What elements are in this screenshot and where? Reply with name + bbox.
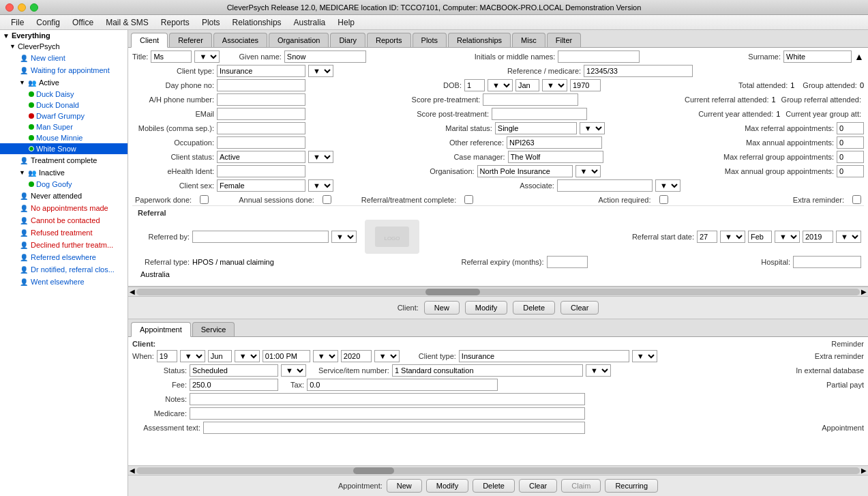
referred-by-input[interactable] [192, 231, 329, 243]
when-year-input[interactable] [341, 350, 372, 362]
sidebar-item-mouse-minnie[interactable]: Mouse Minnie [0, 132, 128, 143]
dob-month-select[interactable]: ▼ [542, 79, 567, 91]
reference-input[interactable] [584, 65, 693, 77]
sidebar-item-new-client[interactable]: 👤 New client [0, 52, 128, 64]
sidebar-item-duck-daisy[interactable]: Duck Daisy [0, 89, 128, 100]
sidebar-item-dog-goofy[interactable]: Dog Goofy [0, 179, 128, 190]
menu-file[interactable]: File [5, 16, 29, 29]
sidebar-item-declined-further[interactable]: 👤 Declined further treatm... [0, 239, 128, 251]
notes-input[interactable] [190, 393, 585, 405]
scroll-up[interactable]: ▲ [854, 51, 864, 62]
max-referral-input[interactable] [837, 122, 864, 134]
referral-start-day-input[interactable] [697, 231, 717, 243]
service-item-select[interactable]: ▼ [586, 364, 611, 377]
ehealth-input[interactable] [217, 165, 305, 177]
initials-input[interactable] [558, 50, 640, 63]
sidebar-item-cannot-contact[interactable]: 👤 Cannot be contacted [0, 214, 128, 227]
associate-select[interactable]: ▼ [655, 179, 680, 192]
appointment-delete-button[interactable]: Delete [473, 479, 515, 493]
paperwork-checkbox[interactable] [200, 195, 209, 204]
tax-input[interactable] [307, 379, 498, 391]
tab-client[interactable]: Client [131, 33, 168, 48]
referral-start-month-input[interactable] [748, 231, 772, 243]
menu-help[interactable]: Help [332, 16, 360, 29]
surname-input[interactable] [783, 50, 852, 63]
sidebar-item-active[interactable]: ▼ 👥 Active [0, 76, 128, 89]
menu-office[interactable]: Office [67, 16, 99, 29]
minimize-button[interactable] [18, 3, 26, 12]
sidebar-item-went-elsewhere[interactable]: 👤 Went elsewhere [0, 276, 128, 288]
sidebar-item-referred-elsewhere[interactable]: 👤 Referred elsewhere [0, 251, 128, 263]
sidebar-item-inactive[interactable]: ▼ 👥 Inactive [0, 166, 128, 179]
client-status-input[interactable] [217, 151, 305, 163]
score-post-input[interactable] [492, 108, 587, 120]
appt-scroll-left-btn[interactable]: ◀ [130, 467, 135, 474]
tab-misc[interactable]: Misc [512, 33, 545, 47]
sidebar-item-dr-notified[interactable]: 👤 Dr notified, referral clos... [0, 263, 128, 276]
dob-month-input[interactable] [515, 79, 539, 91]
sidebar-item-man-super[interactable]: Man Super [0, 121, 128, 132]
appt-scroll-right-btn[interactable]: ▶ [861, 467, 867, 474]
extra-reminder-checkbox[interactable] [852, 195, 861, 204]
ah-phone-input[interactable] [217, 93, 305, 106]
tab-relationships[interactable]: Relationships [448, 33, 511, 47]
medicare-input[interactable] [190, 407, 585, 420]
when-day-input[interactable] [157, 350, 177, 362]
marital-input[interactable] [495, 122, 577, 134]
client-status-select[interactable]: ▼ [308, 151, 333, 163]
when-year-select[interactable]: ▼ [374, 350, 400, 362]
menu-reports[interactable]: Reports [155, 16, 195, 29]
sidebar-item-dwarf-grumpy[interactable]: Dwarf Grumpy [0, 111, 128, 121]
client-hscroll[interactable]: ◀ ▶ [128, 287, 868, 296]
fee-input[interactable] [190, 379, 278, 391]
appointment-clear-button[interactable]: Clear [519, 479, 557, 493]
client-type-appt-input[interactable] [459, 350, 629, 362]
client-new-button[interactable]: New [424, 301, 460, 315]
tab-referer[interactable]: Referer [169, 33, 212, 47]
referred-by-select[interactable]: ▼ [331, 231, 357, 243]
hospital-input[interactable] [793, 256, 861, 268]
appointment-recurring-button[interactable]: Recurring [605, 479, 658, 493]
when-time-select[interactable]: ▼ [313, 350, 338, 362]
tab-associates[interactable]: Associates [213, 33, 267, 47]
menu-config[interactable]: Config [31, 16, 65, 29]
status-select[interactable]: ▼ [281, 364, 306, 377]
client-clear-button[interactable]: Clear [560, 301, 599, 315]
appt-hscroll[interactable]: ◀ ▶ [128, 465, 868, 475]
referral-start-year-input[interactable] [803, 231, 833, 243]
menu-plots[interactable]: Plots [196, 16, 226, 29]
appointment-claim-button[interactable]: Claim [561, 479, 601, 493]
client-type-input[interactable] [217, 65, 305, 77]
annual-sessions-checkbox[interactable] [323, 195, 331, 204]
sidebar-item-duck-donald[interactable]: Duck Donald [0, 100, 128, 111]
sidebar-item-no-appointments[interactable]: 👤 No appointments made [0, 202, 128, 214]
maximize-button[interactable] [30, 3, 38, 12]
menu-mail-sms[interactable]: Mail & SMS [100, 16, 154, 29]
client-delete-button[interactable]: Delete [513, 301, 555, 315]
sidebar-item-white-snow[interactable]: White Snow [0, 143, 128, 154]
organisation-select[interactable]: ▼ [575, 165, 601, 177]
day-phone-input[interactable] [217, 79, 305, 91]
hscroll-thumb[interactable] [425, 289, 480, 295]
when-month-select[interactable]: ▼ [235, 350, 260, 362]
tab-service[interactable]: Service [192, 322, 235, 336]
email-input[interactable] [217, 108, 305, 120]
status-input[interactable] [190, 364, 278, 377]
tab-reports[interactable]: Reports [367, 33, 411, 47]
when-time-input[interactable] [263, 350, 310, 362]
menu-relationships[interactable]: Relationships [227, 16, 287, 29]
sidebar-root[interactable]: ▼ Everything [0, 30, 128, 41]
scroll-right-btn[interactable]: ▶ [861, 288, 867, 295]
dob-day-input[interactable] [464, 79, 485, 91]
tab-organisation[interactable]: Organisation [269, 33, 329, 47]
sidebar-item-cleverpsych[interactable]: ▼ CleverPsych [0, 41, 128, 52]
max-annual-group-input[interactable] [837, 165, 864, 177]
appt-hscroll-thumb[interactable] [353, 467, 394, 474]
max-annual-input[interactable] [837, 136, 864, 149]
sidebar-item-never-attended[interactable]: 👤 Never attended [0, 190, 128, 202]
case-manager-input[interactable] [508, 151, 603, 163]
action-required-checkbox[interactable] [659, 195, 668, 204]
client-modify-button[interactable]: Modify [465, 301, 507, 315]
marital-select[interactable]: ▼ [580, 122, 605, 134]
scroll-left-btn[interactable]: ◀ [130, 288, 135, 295]
